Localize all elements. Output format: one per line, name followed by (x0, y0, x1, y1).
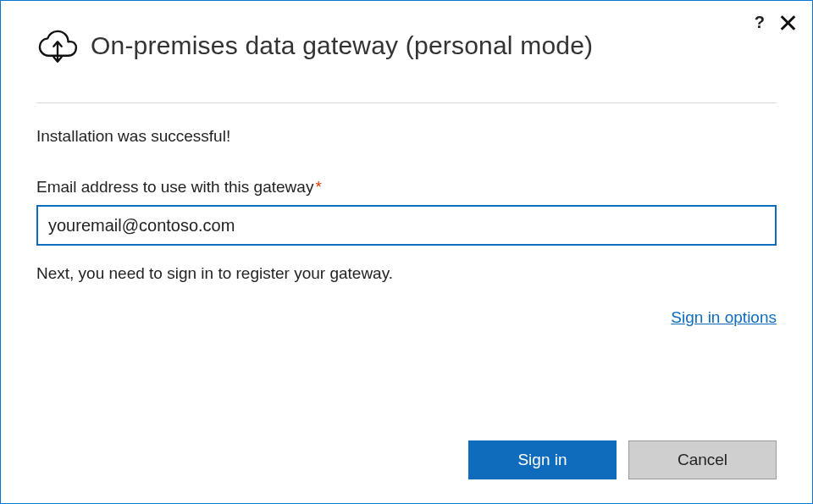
email-field-block: Email address to use with this gateway* (36, 178, 777, 246)
hint-text: Next, you need to sign in to register yo… (36, 264, 777, 283)
button-row: Sign in Cancel (468, 440, 777, 479)
dialog-content: Installation was successful! Email addre… (36, 103, 777, 327)
dialog-title: On-premises data gateway (personal mode) (91, 31, 593, 60)
email-label: Email address to use with this gateway* (36, 178, 322, 196)
cloud-gateway-icon (36, 26, 79, 65)
help-icon[interactable]: ? (755, 13, 765, 32)
email-label-text: Email address to use with this gateway (36, 178, 313, 196)
required-mark: * (315, 178, 321, 196)
cancel-button[interactable]: Cancel (628, 440, 777, 479)
titlebar-controls: ? (755, 13, 795, 32)
status-message: Installation was successful! (36, 127, 777, 146)
signin-options-link[interactable]: Sign in options (671, 308, 777, 326)
dialog-window: ? On-premises data gateway (personal mod… (0, 0, 813, 504)
close-icon[interactable] (780, 15, 795, 30)
options-row: Sign in options (36, 308, 777, 327)
email-input[interactable] (36, 205, 777, 246)
signin-button[interactable]: Sign in (468, 440, 617, 479)
dialog-header: On-premises data gateway (personal mode) (36, 19, 777, 65)
